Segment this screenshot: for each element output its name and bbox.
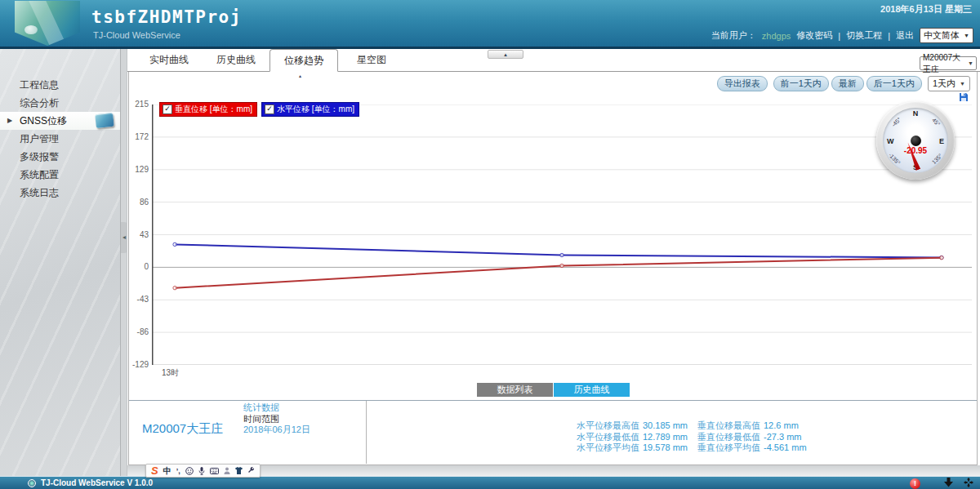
skin-shirt-icon[interactable] <box>235 467 243 474</box>
stats-summary-column: 统计数据 时间范围 2018年06月12日 <box>243 402 310 436</box>
stat-row: 垂直位移最高值12.6 mm <box>697 420 807 432</box>
compass-hub <box>911 136 921 146</box>
active-arrow-icon: ▶ <box>7 112 12 130</box>
brand-logo-icon <box>28 479 36 487</box>
station-name: M20007大王庄 <box>142 421 223 437</box>
tab-realtime-curve[interactable]: 实时曲线 <box>136 49 203 71</box>
vertical-stats-column: 垂直位移最高值12.6 mm 垂直位移最低值-27.3 mm 垂直位移平均值-4… <box>697 420 807 454</box>
person-icon[interactable] <box>224 467 230 474</box>
footer-icons: ! <box>910 478 973 489</box>
latest-button[interactable]: 最新 <box>831 76 864 91</box>
compass-value: -20.95 <box>876 146 955 155</box>
compass-east-label: E <box>939 137 944 145</box>
tab-history-curve[interactable]: 历史曲线 <box>203 49 270 71</box>
language-select[interactable]: 中文简体 ▼ <box>920 28 973 43</box>
user-bar: 当前用户： zhdgps 修改密码 | 切换工程 | 退出 中文简体 ▼ <box>711 28 973 43</box>
current-date: 2018年6月13日 星期三 <box>880 3 972 16</box>
chart-toolbar: 导出报表 前一1天内 最新 后一1天内 1天内 ▼ <box>717 76 970 91</box>
tab-displacement-trend[interactable]: 位移趋势 <box>270 49 338 72</box>
next-day-button[interactable]: 后一1天内 <box>866 76 922 91</box>
app-window: tsbfZHDMTProj TJ-Cloud WebService 2018年6… <box>0 0 980 489</box>
ime-toolbar: S 中 ’, <box>145 464 261 478</box>
y-axis-tick: 86 <box>129 198 149 207</box>
legend-horizontal-displacement[interactable]: ✓ 水平位移 [单位：mm] <box>261 102 359 117</box>
direction-compass-gauge: N S W E -45° 45° 135° -135° -20.95 <box>876 101 955 180</box>
current-user-label: 当前用户： <box>711 29 756 42</box>
emoji-icon[interactable] <box>185 467 194 475</box>
prev-day-button[interactable]: 前一1天内 <box>773 76 829 91</box>
stats-title: 统计数据 <box>243 402 310 414</box>
ime-language-icon[interactable]: 中 <box>163 465 172 477</box>
stat-row: 水平位移最高值30.185 mm <box>577 420 688 432</box>
sogou-logo-icon[interactable]: S <box>151 465 158 476</box>
chart-legend: ✓ 垂直位移 [单位：mm] ✓ 水平位移 [单位：mm] <box>159 102 359 117</box>
checkbox-checked-icon[interactable]: ✓ <box>265 104 274 114</box>
alert-icon[interactable]: ! <box>910 478 920 489</box>
save-chart-icon[interactable] <box>959 91 969 105</box>
sidebar-splitter[interactable]: ◂ <box>120 49 127 476</box>
footer-brand: TJ-Cloud WebService V 1.0.0 <box>28 477 153 489</box>
divider: | <box>888 31 890 41</box>
chart-panel: 导出报表 前一1天内 最新 后一1天内 1天内 ▼ 21517212986430… <box>128 72 978 465</box>
stat-row: 水平位移最低值12.789 mm <box>577 432 688 443</box>
time-nav-group: 前一1天内 最新 后一1天内 <box>773 76 922 91</box>
compass-north-label: N <box>876 109 955 118</box>
switch-project-link[interactable]: 切换工程 <box>846 29 882 42</box>
y-axis-tick: -129 <box>129 360 149 369</box>
sidebar-item-analysis[interactable]: 综合分析 <box>0 94 120 112</box>
time-range-value: 2018年06月12日 <box>243 425 310 436</box>
sidebar-item-gnss-displacement[interactable]: ▶ GNSS位移 <box>0 112 120 130</box>
microphone-icon[interactable] <box>198 467 205 475</box>
stats-vertical-divider <box>366 401 367 464</box>
y-axis-tick: -86 <box>129 327 149 336</box>
time-range-select[interactable]: 1天内 ▼ <box>928 76 970 91</box>
satellite-dome-image <box>24 25 38 34</box>
data-list-button[interactable]: 数据列表 <box>477 383 553 397</box>
tab-skyplot[interactable]: 星空图 <box>338 49 405 71</box>
chevron-down-icon: ▼ <box>968 60 973 66</box>
stat-row: 垂直位移平均值-4.561 mm <box>697 442 807 454</box>
status-bar: TJ-Cloud WebService V 1.0.0 ! <box>0 476 980 489</box>
time-range-label: 时间范围 <box>243 414 310 425</box>
export-report-button[interactable]: 导出报表 <box>717 76 768 91</box>
keyboard-icon[interactable] <box>210 468 219 474</box>
sidebar: 工程信息 综合分析 ▶ GNSS位移 用户管理 多级报警 系统配置 系统日志 <box>0 49 120 476</box>
sidebar-item-alarm[interactable]: 多级报警 <box>0 148 120 166</box>
sidebar-item-project-info[interactable]: 工程信息 <box>0 76 120 94</box>
y-axis-tick: 215 <box>129 100 149 109</box>
history-curve-button[interactable]: 历史曲线 <box>554 383 630 397</box>
horizontal-stats-column: 水平位移最高值30.185 mm 水平位移最低值12.789 mm 水平位移平均… <box>577 420 688 454</box>
sidebar-item-user-management[interactable]: 用户管理 <box>0 130 120 148</box>
gnss-displacement-icon <box>95 113 114 128</box>
chart-canvas <box>152 104 972 365</box>
app-header: tsbfZHDMTProj TJ-Cloud WebService 2018年6… <box>0 0 980 49</box>
y-axis-tick: 129 <box>129 165 149 174</box>
fullscreen-icon[interactable] <box>964 476 973 489</box>
download-icon[interactable] <box>943 476 954 489</box>
chevron-down-icon: ▼ <box>964 33 969 38</box>
project-logo <box>15 1 80 46</box>
project-title: tsbfZHDMTProj <box>91 7 242 27</box>
ime-punctuation-icon[interactable]: ’, <box>176 467 180 475</box>
compass-west-label: W <box>887 137 894 145</box>
stats-separator <box>129 400 977 401</box>
station-select[interactable]: M20007大王庄 ▼ <box>920 56 977 70</box>
collapse-header-button[interactable]: ▴ <box>488 50 523 59</box>
wrench-icon[interactable] <box>247 467 255 474</box>
y-axis-tick: 172 <box>129 132 149 141</box>
divider: | <box>838 31 840 41</box>
active-tab-caret-icon: ▴ <box>299 73 301 78</box>
stat-row: 水平位移平均值19.578 mm <box>577 442 688 454</box>
x-axis-tick: 13时 <box>162 367 179 379</box>
checkbox-checked-icon[interactable]: ✓ <box>163 104 172 114</box>
chevron-down-icon: ▼ <box>960 81 965 87</box>
sidebar-item-system-log[interactable]: 系统日志 <box>0 184 120 202</box>
logout-link[interactable]: 退出 <box>896 29 914 42</box>
sidebar-collapse-handle[interactable]: ◂ <box>121 222 127 253</box>
sidebar-item-system-config[interactable]: 系统配置 <box>0 166 120 184</box>
y-axis-tick: 0 <box>129 262 149 271</box>
stat-row: 垂直位移最低值-27.3 mm <box>697 432 807 443</box>
change-password-link[interactable]: 修改密码 <box>796 29 832 42</box>
product-subtitle: TJ-Cloud WebService <box>93 30 180 40</box>
legend-vertical-displacement[interactable]: ✓ 垂直位移 [单位：mm] <box>159 102 257 117</box>
